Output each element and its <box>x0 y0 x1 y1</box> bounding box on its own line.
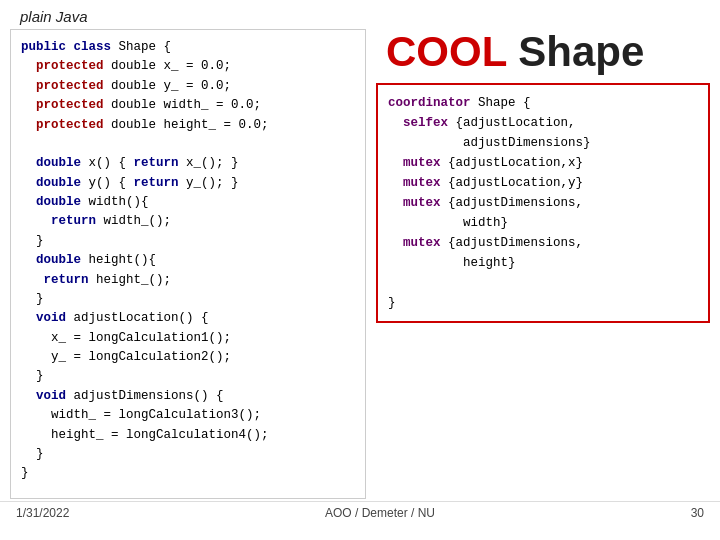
cool-code-box: coordinator Shape { selfex {adjustLocati… <box>376 83 710 323</box>
footer-center: AOO / Demeter / NU <box>325 506 435 520</box>
shape-word: Shape <box>507 28 645 75</box>
cool-word: COOL <box>386 28 507 75</box>
right-panel: COOL Shape coordinator Shape { selfex {a… <box>376 29 710 499</box>
footer: 1/31/2022 AOO / Demeter / NU 30 <box>0 501 720 524</box>
left-code-panel: public class Shape { protected double x_… <box>10 29 366 499</box>
header-title: plain Java <box>20 8 88 25</box>
slide-header: plain Java <box>0 0 720 29</box>
footer-page: 30 <box>691 506 704 520</box>
footer-date: 1/31/2022 <box>16 506 69 520</box>
cool-title: COOL Shape <box>376 29 710 75</box>
